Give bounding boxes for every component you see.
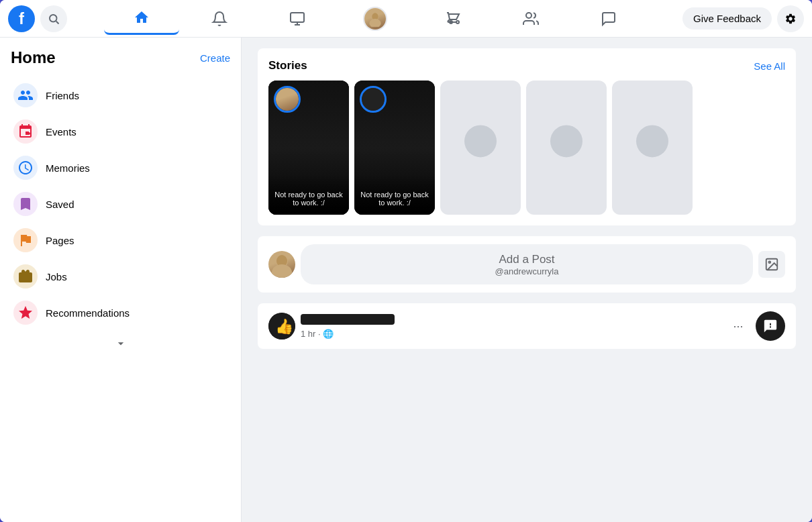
svg-point-12 <box>768 261 770 263</box>
sidebar-item-pages-label: Pages <box>46 235 74 246</box>
add-post-section: Add a Post @andrewcurryla <box>258 236 796 293</box>
sidebar-item-recommendations-label: Recommendations <box>46 307 130 319</box>
post-more-button[interactable]: ··· <box>726 314 750 338</box>
post-card: 👍 1 hr · 🌐 ··· <box>258 303 796 349</box>
create-link[interactable]: Create <box>200 52 230 64</box>
post-header: 👍 1 hr · 🌐 ··· <box>268 311 785 341</box>
add-post-handle: @andrewcurryla <box>311 266 742 276</box>
saved-icon <box>13 192 38 216</box>
svg-point-0 <box>50 15 57 22</box>
story-card-2[interactable]: Not ready to go back to work. :/ <box>354 81 435 215</box>
sidebar-item-events-label: Events <box>46 126 77 138</box>
sidebar-item-recommendations[interactable]: Recommendations <box>5 295 236 330</box>
sidebar-item-events[interactable]: Events <box>5 114 236 149</box>
stories-title: Stories <box>268 59 307 72</box>
stories-header: Stories See All <box>268 59 785 72</box>
nav-messenger-button[interactable] <box>571 3 646 35</box>
feed: Stories See All Not ready to go <box>242 38 812 522</box>
sidebar-item-saved[interactable]: Saved <box>5 187 236 221</box>
facebook-logo[interactable]: f <box>8 5 35 32</box>
scroll-down-indicator <box>5 331 236 356</box>
sidebar-item-saved-label: Saved <box>46 199 74 210</box>
story-1-avatar <box>274 86 301 113</box>
sidebar-item-jobs[interactable]: Jobs <box>5 259 236 294</box>
sidebar-item-jobs-label: Jobs <box>46 271 67 282</box>
story-2-avatar <box>360 86 387 113</box>
sidebar-title: Home <box>11 48 56 67</box>
nav-marketplace-button[interactable] <box>415 3 491 35</box>
jobs-icon <box>13 264 38 289</box>
current-user-avatar <box>268 251 295 278</box>
sidebar-item-friends-label: Friends <box>46 90 79 101</box>
browser-window: f <box>0 0 812 522</box>
story-card-5[interactable] <box>612 81 693 215</box>
nav-profile-button[interactable] <box>338 3 413 35</box>
sidebar: Home Create Friends <box>0 38 242 522</box>
svg-rect-2 <box>291 13 304 22</box>
memories-icon <box>13 156 38 180</box>
add-post-placeholder: Add a Post <box>311 253 742 266</box>
story-1-text: Not ready to go back to work. :/ <box>274 191 344 207</box>
nav-video-button[interactable] <box>260 3 335 35</box>
search-button[interactable] <box>40 5 67 32</box>
svg-line-1 <box>56 21 59 23</box>
see-all-link[interactable]: See All <box>754 60 785 72</box>
nav-home-button[interactable] <box>104 3 179 35</box>
story-card-4[interactable] <box>526 81 607 215</box>
pages-icon <box>13 228 38 252</box>
story-card-3[interactable] <box>440 81 521 215</box>
sidebar-item-pages[interactable]: Pages <box>5 223 236 258</box>
recommendations-icon <box>13 301 38 325</box>
nav-right: Give Feedback <box>682 5 804 32</box>
post-meta: 1 hr · 🌐 <box>301 314 721 339</box>
friends-icon <box>13 83 38 107</box>
nav-center <box>72 3 677 35</box>
events-icon <box>13 119 38 144</box>
svg-text:👍: 👍 <box>275 317 294 335</box>
sidebar-header: Home Create <box>5 43 236 72</box>
stories-section: Stories See All Not ready to go <box>258 48 796 225</box>
give-feedback-button[interactable]: Give Feedback <box>682 7 772 30</box>
story-2-text: Not ready to go back to work. :/ <box>360 191 429 207</box>
post-author-name <box>301 314 395 325</box>
nav-notifications-button[interactable] <box>182 3 257 35</box>
add-post-input[interactable]: Add a Post @andrewcurryla <box>301 244 753 284</box>
sidebar-item-friends[interactable]: Friends <box>5 78 236 113</box>
post-chat-button[interactable] <box>756 311 785 341</box>
sidebar-item-memories-label: Memories <box>46 162 90 174</box>
story-5-placeholder-circle <box>636 125 668 157</box>
stories-row: Not ready to go back to work. :/ Not rea… <box>268 81 785 215</box>
svg-point-10 <box>272 264 292 278</box>
nav-left: f <box>8 5 67 32</box>
add-photo-button[interactable] <box>758 251 785 278</box>
post-time: 1 hr · 🌐 <box>301 329 721 339</box>
sidebar-item-memories[interactable]: Memories <box>5 150 236 185</box>
story-3-placeholder-circle <box>464 125 497 157</box>
nav-groups-button[interactable] <box>493 3 568 35</box>
svg-point-6 <box>526 13 531 18</box>
svg-point-5 <box>369 19 380 27</box>
svg-point-7 <box>28 132 30 135</box>
post-avatar: 👍 <box>268 313 295 340</box>
svg-point-15 <box>770 326 771 327</box>
top-nav: f <box>0 0 812 38</box>
main-content: Home Create Friends <box>0 38 812 522</box>
settings-button[interactable] <box>777 5 804 32</box>
story-card-1[interactable]: Not ready to go back to work. :/ <box>268 81 349 215</box>
story-4-placeholder-circle <box>550 125 582 157</box>
